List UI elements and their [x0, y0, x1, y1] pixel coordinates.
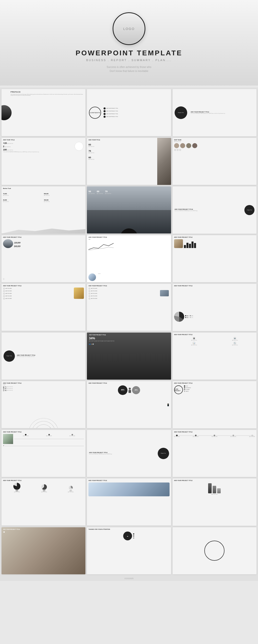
t2-dot-4: [233, 435, 234, 436]
icon-3: [3, 293, 5, 295]
preface-text: Just for today I will exercise my soul i…: [11, 94, 84, 96]
icon-row: 👥 👤 🏠 📊: [89, 344, 94, 345]
slide-stats-photo: ADD YOUR TITLE 83 ADD YOUR TITLE 75 ADD …: [87, 138, 171, 185]
contents-item-3: ADD YOUR PROJECT TITLE: [104, 113, 169, 115]
icon-grid-3: 📊: [192, 342, 196, 345]
slide-project-cylinders: ADD YOUR PROJECT TITLE ADD YOUR TITLE: [173, 478, 256, 526]
slide-line-chart: ADD YOUR PROJECT TITLE Title add title: [87, 235, 171, 282]
icon-grid-1: 📱: [192, 337, 196, 340]
preface-title: PREFACE: [11, 91, 84, 93]
chairs-bg: [2, 527, 85, 574]
icon-2: [3, 290, 5, 292]
chapter-one-circle: Chapter One: [175, 106, 187, 119]
city-circle-photo: [3, 239, 13, 248]
cover-logo-circle: LOGO: [113, 12, 145, 45]
dot-3: [104, 113, 106, 115]
slide-bar-chart: ADD YOUR PROJECT TITLE: [173, 235, 256, 283]
todo-dot-1: [184, 385, 185, 387]
team-avatar-3: [186, 143, 191, 148]
laptop2-photo: [88, 482, 169, 496]
cover-title: POWERPOINT TEMPLATE: [76, 49, 182, 57]
person-icon: [128, 388, 131, 393]
slide-project-photo2: ADD YOUR PROJECT TITLE: [87, 478, 171, 526]
bubble-45: 45% SUMMARY: [118, 385, 127, 395]
office-photo: [174, 239, 183, 248]
cloud-circle: ☁: [123, 532, 132, 540]
timeline-dot-2: [48, 434, 50, 435]
dot-2: [104, 110, 106, 112]
contents-item-4: ADD YOUR PROJECT TITLE: [104, 116, 169, 118]
dot-1: [104, 107, 106, 109]
timeline-line: [14, 439, 84, 439]
chapter-three-circle: Chapter Three: [4, 350, 15, 362]
slide-chairs: ADD YOUR PROJECT TITLE ◀: [2, 527, 85, 574]
slide-project-icons2: ADD YOUR PROJECT TITLE ADD TITLE HERE AD…: [87, 284, 171, 331]
slide-pie-chart: ADD YOUR PROJECT TITLE 34% 28%: [173, 284, 256, 331]
todo-circle: YOUR PROJECT: [174, 385, 183, 394]
bar-2: [186, 243, 188, 248]
dot-4: [104, 116, 106, 118]
todo-dot-4: [184, 391, 185, 392]
slide-our-team: OUR TEAM Harmonious Trust: [173, 138, 256, 185]
slide-market-task: Market Task 70,000 ADD YOUR TITLE 950,00…: [2, 186, 85, 233]
icon-5: [3, 298, 5, 300]
bar-1: [184, 245, 186, 248]
pie-32: [69, 486, 73, 490]
timeline-dot-3: [72, 434, 73, 435]
team-avatar-2: [180, 143, 185, 148]
t2-dot-2: [195, 435, 197, 436]
slide-chapter-two: ADD YOUR PROJECT TITLE If you use this P…: [173, 186, 256, 234]
pie-81: [13, 483, 20, 490]
line-chart: [88, 241, 114, 251]
slide-timeline2: ADD YOUR PROJECT TITLE ADD TITLE HERE AD…: [173, 430, 256, 477]
bottom-bar: 01532925: [0, 576, 258, 581]
thanks-circle: [204, 541, 224, 561]
progress-bar: [5, 446, 84, 446]
slide-compare: ADD YOUR PROJECT TITLE 45% SUMMARY 39% A…: [87, 381, 171, 428]
team-avatar-4: [192, 143, 197, 148]
team-small-2: [177, 149, 179, 151]
gear-icon: ⚙: [3, 278, 5, 280]
bubble-39: 39% ADD YOUR TITLE: [132, 386, 140, 394]
slide-todo: ADD YOUR PROJECT TITLE YOUR PROJECT TO D…: [173, 381, 256, 428]
laptop-photo: [159, 288, 170, 299]
slide-column-stats: ADD YOUR PROJECT TITLE 81% ADD TITLE HER…: [2, 478, 85, 526]
slide-icons-grid: ADD YOUR PROJECT TITLE 📱 ADD YOUR TITLE …: [173, 333, 256, 380]
slide-project-icons: ADD YOUR PROJECT TITLE ADD TITLE HERE AD…: [2, 284, 85, 331]
cover-slide: LOGO POWERPOINT TEMPLATE BUSINESS . REPO…: [0, 0, 258, 86]
slide-chapter-three: Chapter Three ADD YOUR PROJECT TITLE ADD…: [2, 333, 85, 380]
desk-photo: [3, 434, 13, 444]
bar-3: [189, 244, 191, 248]
todo-dot-2: [184, 387, 185, 388]
logo-text: LOGO: [123, 27, 135, 31]
slides-grid: PREFACE Just for today I will exercise m…: [0, 88, 258, 576]
cylinder-1: [208, 483, 212, 493]
slide-contents: CONTENTS ADD YOUR PROJECT TITLE ADD YOUR…: [87, 89, 171, 136]
t2-dot-5: [251, 435, 253, 436]
photo-circle: [88, 273, 96, 281]
pie-63: [41, 484, 47, 490]
team-small-3: [179, 149, 181, 151]
team-small-1: [174, 149, 176, 151]
slide-preface: PREFACE Just for today I will exercise m…: [2, 89, 85, 136]
contents-list: ADD YOUR PROJECT TITLE ADD YOUR PROJECT …: [104, 107, 169, 118]
watermark-text: 01532925: [124, 577, 134, 580]
icon-grid-2: 💻: [233, 337, 236, 340]
slide-infographic: THANKS FOR YOUR ATTENTION ☁: [87, 527, 171, 574]
timeline-dot-1: [25, 434, 26, 435]
t2-dot-1: [176, 435, 178, 436]
slide-dark-photo: ADD YOUR PROJECT TITLE 34% ADD YOUR TITL…: [87, 333, 171, 380]
cylinder-2: [213, 486, 216, 493]
chapter-two-circle: Chapter Two: [244, 205, 254, 215]
slide-arcs: ADD YOUR PROJECT TITLE Type A 37% ADD YO…: [2, 381, 85, 428]
icon-1: [3, 288, 5, 290]
chapter-four-circle: Chapter Four: [158, 448, 169, 459]
cylinder-3: [217, 488, 221, 493]
slide-chapter-one: Chapter One ADD YOUR PROJECT TITLE If yo…: [173, 89, 256, 136]
bar-5: [194, 243, 196, 248]
icon-4: [3, 295, 5, 297]
slide-thanks: [173, 527, 256, 575]
pie-chart: [174, 312, 184, 322]
contents-item-1: ADD YOUR PROJECT TITLE: [104, 107, 169, 109]
slide-chapter-four: ADD YOUR PROJECT TITLE If you use this P…: [87, 430, 171, 477]
